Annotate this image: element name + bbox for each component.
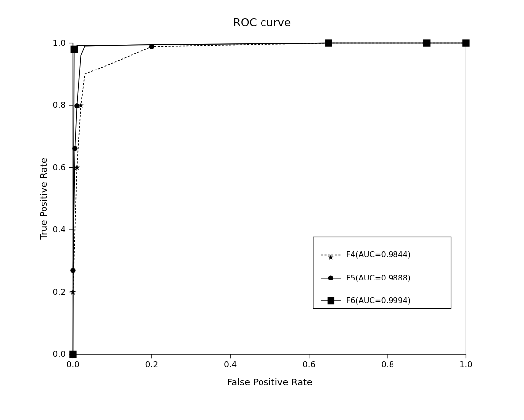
svg-text:0.8: 0.8 (53, 100, 66, 110)
svg-text:0.4: 0.4 (53, 225, 66, 234)
f5-marker-2 (72, 146, 77, 151)
svg-text:0.6: 0.6 (53, 163, 66, 172)
f6-marker-1 (69, 351, 76, 358)
f5-line (73, 43, 466, 271)
f5-marker-3 (74, 103, 79, 108)
svg-text:1.0: 1.0 (459, 360, 472, 369)
chart-container: ROC curve 0.0 0.2 0.4 0.6 0.8 (24, 16, 500, 404)
f5-marker-1 (70, 268, 75, 273)
f4-marker-2: ★ (73, 163, 81, 172)
svg-text:0.0: 0.0 (66, 360, 79, 369)
f5-marker-4 (149, 44, 154, 49)
f6-marker-2 (71, 46, 78, 53)
svg-text:0.4: 0.4 (224, 360, 237, 369)
y-axis-label: True Positive Rate (38, 158, 49, 240)
svg-rect-40 (328, 297, 334, 304)
svg-text:0.2: 0.2 (53, 287, 66, 297)
chart-title: ROC curve (24, 16, 500, 29)
legend-f6-label: F6(AUC=0.9994) (346, 296, 411, 305)
svg-point-38 (328, 276, 333, 280)
roc-curve-svg: 0.0 0.2 0.4 0.6 0.8 1.0 0.0 0.2 0.4 0.6 … (24, 33, 500, 390)
legend-f5-label: F5(AUC=0.9888) (346, 274, 411, 282)
f6-marker-4 (423, 39, 430, 46)
svg-text:0.2: 0.2 (145, 360, 158, 369)
chart-area: 0.0 0.2 0.4 0.6 0.8 1.0 0.0 0.2 0.4 0.6 … (24, 33, 500, 390)
svg-text:0.0: 0.0 (53, 350, 66, 359)
svg-text:1.0: 1.0 (53, 38, 66, 48)
svg-text:★: ★ (69, 287, 77, 297)
svg-text:0.6: 0.6 (303, 360, 316, 369)
svg-text:★: ★ (73, 163, 81, 172)
svg-text:0.8: 0.8 (381, 360, 394, 369)
f4-marker-1: ★ (69, 287, 77, 297)
svg-text:★: ★ (328, 253, 334, 261)
x-axis-label: False Positive Rate (227, 377, 312, 387)
legend-f4-label: F4(AUC=0.9844) (346, 250, 411, 259)
f6-marker-3 (325, 39, 332, 46)
f6-marker-5 (462, 39, 469, 46)
